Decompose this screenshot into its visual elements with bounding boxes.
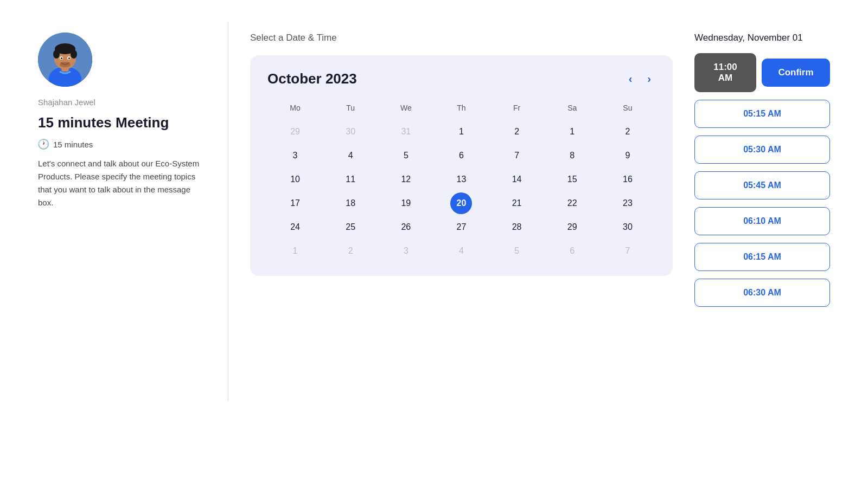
time-slot-button[interactable]: 05:30 AM (694, 136, 830, 164)
calendar-day[interactable]: 1 (450, 121, 472, 143)
day-header: We (378, 100, 433, 120)
calendar-day[interactable]: 14 (506, 169, 528, 190)
confirm-button[interactable]: Confirm (762, 59, 830, 87)
calendar-day[interactable]: 22 (561, 192, 583, 214)
calendar-day[interactable]: 21 (506, 192, 528, 214)
time-slot-button[interactable]: 05:45 AM (694, 171, 830, 199)
calendar-day[interactable]: 2 (506, 121, 528, 143)
time-slot-button[interactable]: 05:15 AM (694, 100, 830, 128)
page-layout: Shajahan Jewel 15 minutes Meeting 🕐 15 m… (33, 22, 835, 401)
vertical-divider (228, 22, 228, 401)
avatar (38, 33, 92, 87)
host-name: Shajahan Jewel (38, 98, 201, 107)
calendar-day[interactable]: 12 (395, 169, 417, 190)
section-title: Select a Date & Time (250, 33, 673, 43)
time-slot-button[interactable]: 06:10 AM (694, 207, 830, 235)
day-header: Su (600, 100, 655, 120)
calendar-day[interactable]: 4 (340, 145, 361, 166)
meeting-description: Let's connect and talk about our Eco-Sys… (38, 157, 201, 209)
calendar-day[interactable]: 27 (450, 216, 472, 238)
meeting-title: 15 minutes Meeting (38, 114, 201, 131)
calendar-day[interactable]: 18 (340, 192, 361, 214)
calendar-day[interactable]: 11 (340, 169, 361, 190)
calendar-day[interactable]: 2 (617, 121, 639, 143)
calendar-day[interactable]: 8 (561, 145, 583, 166)
calendar-day[interactable]: 16 (617, 169, 639, 190)
calendar-header: October 2023 ‹ › (267, 70, 655, 87)
duration-row: 🕐 15 minutes (38, 139, 201, 150)
calendar-day[interactable]: 24 (284, 216, 306, 238)
time-confirm-row: 11:00 AM Confirm (694, 53, 830, 92)
time-slot-button[interactable]: 06:15 AM (694, 243, 830, 271)
selected-date-label: Wednesday, November 01 (694, 33, 830, 43)
calendar-day[interactable]: 23 (617, 192, 639, 214)
calendar-day[interactable]: 19 (395, 192, 417, 214)
calendar-day: 2 (340, 240, 361, 262)
calendar-month-title: October 2023 (267, 70, 357, 87)
calendar-day[interactable]: 29 (561, 216, 583, 238)
selected-time-badge[interactable]: 11:00 AM (694, 53, 756, 92)
calendar-day[interactable]: 13 (450, 169, 472, 190)
calendar-day: 4 (450, 240, 472, 262)
left-panel: Shajahan Jewel 15 minutes Meeting 🕐 15 m… (33, 22, 217, 220)
calendar-day: 3 (395, 240, 417, 262)
calendar-day[interactable]: 5 (395, 145, 417, 166)
calendar-card: October 2023 ‹ › MoTuWeThFrSaSu293031121… (250, 55, 673, 276)
day-header: Mo (267, 100, 323, 120)
calendar-day: 31 (395, 121, 417, 143)
day-header: Tu (323, 100, 378, 120)
calendar-day: 30 (340, 121, 361, 143)
calendar-day[interactable]: 25 (340, 216, 361, 238)
calendar-day[interactable]: 3 (284, 145, 306, 166)
calendar-day[interactable]: 17 (284, 192, 306, 214)
calendar-day[interactable]: 15 (561, 169, 583, 190)
calendar-day[interactable]: 30 (617, 216, 639, 238)
nav-arrows: ‹ › (624, 70, 655, 87)
svg-point-10 (68, 57, 70, 59)
calendar-grid: MoTuWeThFrSaSu29303112123456789101112131… (267, 100, 655, 263)
calendar-day: 1 (284, 240, 306, 262)
svg-point-6 (71, 50, 77, 59)
calendar-day: 29 (284, 121, 306, 143)
calendar-day: 6 (561, 240, 583, 262)
day-header: Th (433, 100, 489, 120)
time-slot-button[interactable]: 06:30 AM (694, 279, 830, 307)
svg-point-11 (60, 62, 71, 67)
prev-month-button[interactable]: ‹ (624, 70, 637, 87)
right-panel: Wednesday, November 01 11:00 AM Confirm … (684, 22, 835, 318)
center-panel: Select a Date & Time October 2023 ‹ › Mo… (239, 22, 684, 287)
svg-point-5 (53, 50, 60, 59)
next-month-button[interactable]: › (643, 70, 655, 87)
calendar-day: 7 (617, 240, 639, 262)
calendar-day[interactable]: 7 (506, 145, 528, 166)
calendar-day[interactable]: 26 (395, 216, 417, 238)
clock-icon: 🕐 (38, 139, 49, 150)
calendar-day: 5 (506, 240, 528, 262)
svg-point-9 (61, 57, 62, 59)
calendar-day[interactable]: 28 (506, 216, 528, 238)
calendar-day[interactable]: 9 (617, 145, 639, 166)
calendar-day[interactable]: 10 (284, 169, 306, 190)
calendar-day[interactable]: 20 (450, 192, 472, 214)
duration-text: 15 minutes (53, 140, 93, 149)
day-header: Sa (545, 100, 600, 120)
calendar-day[interactable]: 1 (561, 121, 583, 143)
calendar-day[interactable]: 6 (450, 145, 472, 166)
day-header: Fr (489, 100, 545, 120)
